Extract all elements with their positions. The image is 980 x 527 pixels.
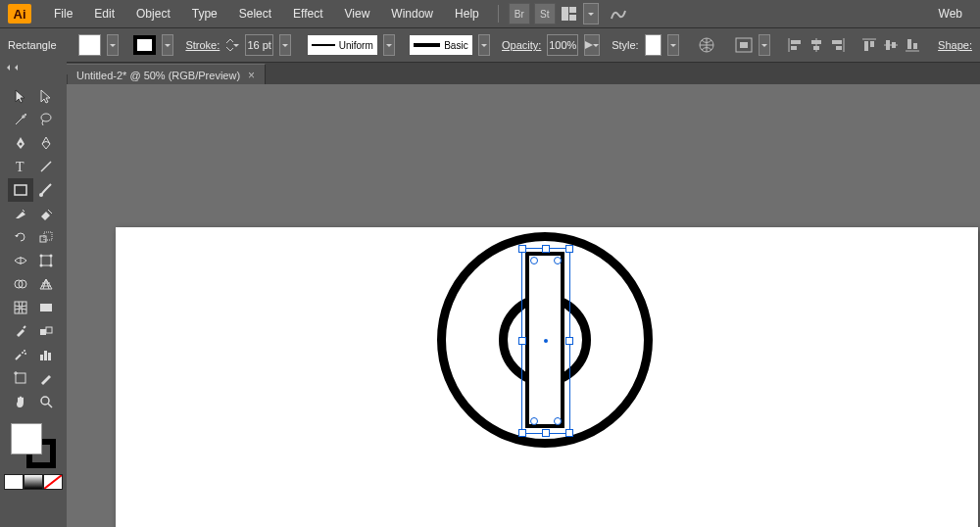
align-bottom-icon[interactable]	[905, 35, 920, 55]
corner-widget-icon[interactable]	[554, 257, 562, 264]
align-to-dropdown[interactable]	[759, 34, 770, 56]
zoom-tool-icon[interactable]	[33, 390, 59, 413]
align-hcenter-icon[interactable]	[808, 35, 824, 55]
blend-tool-icon[interactable]	[33, 319, 59, 343]
fill-swatch[interactable]	[78, 34, 101, 56]
pen-tool-icon[interactable]	[8, 131, 33, 155]
corner-widget-icon[interactable]	[530, 417, 538, 425]
workspace-switcher[interactable]: Web	[929, 3, 972, 24]
opacity-input[interactable]: 100%	[547, 34, 578, 56]
rotate-tool-icon[interactable]	[8, 225, 33, 249]
magic-wand-tool-icon[interactable]	[8, 108, 33, 131]
curvature-tool-icon[interactable]	[33, 131, 59, 155]
align-to-artboard-icon[interactable]	[735, 35, 753, 55]
stroke-stepper[interactable]	[225, 35, 239, 55]
opacity-label[interactable]: Opacity:	[502, 39, 541, 51]
symbol-sprayer-tool-icon[interactable]	[8, 343, 33, 366]
close-tab-icon[interactable]: ×	[248, 69, 255, 82]
align-vcenter-icon[interactable]	[883, 35, 899, 55]
stroke-profile-select[interactable]: Uniform	[308, 35, 377, 55]
stroke-dropdown[interactable]	[162, 34, 173, 56]
gpu-icon[interactable]	[609, 4, 628, 24]
style-swatch[interactable]	[645, 34, 662, 56]
corner-widget-icon[interactable]	[554, 417, 562, 425]
eyedropper-tool-icon[interactable]	[8, 319, 33, 343]
direct-selection-tool-icon[interactable]	[33, 84, 59, 108]
style-dropdown[interactable]	[667, 34, 679, 56]
stroke-weight-dropdown[interactable]	[279, 34, 291, 56]
menu-object[interactable]: Object	[127, 3, 179, 24]
color-mode-none-icon[interactable]	[43, 474, 63, 490]
shape-builder-tool-icon[interactable]	[8, 272, 33, 296]
scale-tool-icon[interactable]	[33, 225, 59, 249]
bridge-icon[interactable]: Br	[509, 3, 530, 24]
artboard-tool-icon[interactable]	[8, 366, 33, 390]
selection-handle[interactable]	[565, 245, 573, 253]
opacity-dropdown[interactable]	[584, 34, 600, 56]
svg-rect-51	[44, 351, 47, 360]
mesh-tool-icon[interactable]	[8, 296, 33, 319]
fill-dropdown[interactable]	[107, 34, 119, 56]
stock-icon[interactable]: St	[534, 3, 556, 24]
menu-view[interactable]: View	[336, 3, 379, 24]
align-top-icon[interactable]	[861, 35, 877, 55]
color-mode-solid-icon[interactable]	[4, 474, 24, 490]
shaper-tool-icon[interactable]	[8, 202, 33, 225]
fill-stroke-indicator[interactable]	[11, 423, 56, 468]
selection-handle[interactable]	[518, 429, 526, 437]
selection-handle[interactable]	[565, 429, 573, 437]
brush-dropdown[interactable]	[478, 34, 490, 56]
free-transform-tool-icon[interactable]	[33, 249, 59, 272]
svg-rect-46	[46, 327, 52, 333]
selection-tool-icon[interactable]	[8, 84, 33, 108]
selection-handle[interactable]	[518, 337, 526, 345]
selection-handle[interactable]	[518, 245, 526, 253]
arrange-documents-dropdown[interactable]	[583, 3, 599, 24]
type-tool-icon[interactable]: T	[8, 155, 33, 178]
menu-file[interactable]: File	[45, 3, 81, 24]
corner-widget-icon[interactable]	[530, 257, 538, 264]
stroke-swatch[interactable]	[133, 35, 156, 55]
expand-panels-handle[interactable]	[0, 61, 67, 75]
width-tool-icon[interactable]	[8, 249, 33, 272]
menu-edit[interactable]: Edit	[85, 3, 123, 24]
stroke-profile-dropdown[interactable]	[383, 34, 395, 56]
slice-tool-icon[interactable]	[33, 366, 59, 390]
menu-help[interactable]: Help	[446, 3, 488, 24]
align-right-icon[interactable]	[830, 35, 846, 55]
svg-rect-14	[836, 46, 842, 50]
canvas-area[interactable]	[67, 84, 980, 527]
document-tab[interactable]: Untitled-2* @ 50% (RGB/Preview) ×	[67, 64, 266, 86]
selection-handle[interactable]	[565, 337, 573, 345]
eraser-tool-icon[interactable]	[33, 202, 59, 225]
arrange-documents-icon[interactable]	[560, 4, 579, 24]
stroke-label[interactable]: Stroke:	[185, 39, 220, 51]
menu-window[interactable]: Window	[382, 3, 442, 24]
gradient-tool-icon[interactable]	[33, 296, 59, 319]
shape-label[interactable]: Shape:	[938, 39, 972, 51]
lasso-tool-icon[interactable]	[33, 108, 59, 131]
selection-handle[interactable]	[542, 429, 550, 437]
column-graph-tool-icon[interactable]	[33, 343, 59, 366]
svg-rect-10	[811, 40, 821, 44]
recolor-icon[interactable]	[698, 35, 715, 55]
selection-handle[interactable]	[542, 245, 550, 253]
stroke-profile-label: Uniform	[339, 40, 373, 51]
paintbrush-tool-icon[interactable]	[33, 178, 59, 202]
menu-type[interactable]: Type	[183, 3, 226, 24]
svg-line-28	[41, 162, 51, 171]
align-left-icon[interactable]	[787, 35, 803, 55]
fill-color-box[interactable]	[11, 423, 42, 455]
hand-tool-icon[interactable]	[8, 390, 33, 413]
menu-select[interactable]: Select	[230, 3, 280, 24]
color-mode-gradient-icon[interactable]	[24, 474, 43, 490]
line-tool-icon[interactable]	[33, 155, 59, 178]
svg-rect-42	[15, 302, 26, 313]
artboard[interactable]	[116, 227, 978, 527]
brush-select[interactable]: Basic	[410, 35, 471, 55]
svg-rect-16	[864, 41, 868, 51]
menu-effect[interactable]: Effect	[284, 3, 331, 24]
stroke-weight-input[interactable]: 16 pt	[245, 34, 273, 56]
perspective-grid-tool-icon[interactable]	[33, 272, 59, 296]
rectangle-tool-icon[interactable]	[8, 178, 33, 202]
